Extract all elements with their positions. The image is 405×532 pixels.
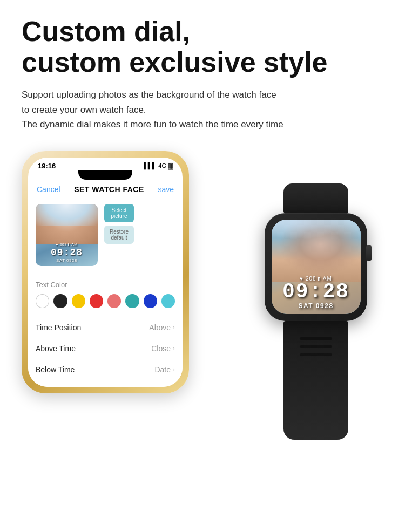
band-hole-3 (300, 353, 332, 356)
watch-band-holes (284, 321, 348, 356)
page-subtitle: Support uploading photos as the backgrou… (22, 87, 383, 132)
wf-date: SAT 0928 (36, 258, 98, 263)
color-swatch-yellow[interactable] (72, 294, 85, 308)
time-position-text: Above (149, 323, 171, 332)
color-swatch-blue[interactable] (144, 294, 157, 308)
restore-default-button[interactable]: Restore default (104, 226, 134, 244)
watch-body: ♥ 208⬆ AM 09:28 SAT 0928 (265, 213, 367, 321)
phone-nav-bar: Cancel SET WATCH FACE save (28, 182, 183, 197)
cancel-button[interactable]: Cancel (37, 185, 60, 194)
watch-container: ♥ 208⬆ AM 09:28 SAT 0928 (248, 151, 383, 440)
watch-face-preview-row: ♥ 208⬆ AM 09:28 SAT 0928 Select picture … (36, 204, 175, 266)
color-swatch-white[interactable] (36, 294, 49, 308)
color-swatches (36, 294, 175, 308)
chevron-icon: › (173, 324, 175, 331)
settings-row-above-time[interactable]: Above Time Close › (36, 338, 175, 359)
settings-list: Time Position Above › Above Time (36, 317, 175, 380)
phone-content: ♥ 208⬆ AM 09:28 SAT 0928 Select picture … (28, 197, 183, 387)
color-swatch-red[interactable] (90, 294, 103, 308)
page-title: Custom dial,custom exclusive style (22, 16, 383, 78)
portrait-hair (36, 204, 98, 226)
above-time-label: Above Time (36, 344, 76, 353)
phone-container: 19:16 ▌▌▌ 4G ▓ Cancel SET W (22, 151, 189, 393)
time-position-value: Above › (149, 323, 175, 332)
watch-screen-portrait (272, 220, 361, 282)
band-hole-2 (300, 345, 332, 348)
page-wrapper: Custom dial,custom exclusive style Suppo… (0, 0, 405, 461)
phone-notch (78, 170, 132, 180)
save-button[interactable]: save (158, 185, 174, 194)
watch-buttons: Select picture Restore default (104, 204, 134, 266)
wto-time: 09:28 (272, 282, 361, 302)
status-icons: ▌▌▌ 4G ▓ (144, 162, 173, 169)
select-picture-button[interactable]: Select picture (104, 204, 134, 222)
smartwatch: ♥ 208⬆ AM 09:28 SAT 0928 (256, 183, 375, 440)
text-color-label: Text Color (36, 281, 175, 289)
watch-band-top (284, 183, 348, 213)
phone-screen: 19:16 ▌▌▌ 4G ▓ Cancel SET W (28, 158, 183, 387)
time-position-label: Time Position (36, 323, 81, 332)
watch-band-bottom (284, 321, 348, 440)
below-time-label: Below Time (36, 365, 75, 374)
wf-time: 09:28 (36, 247, 98, 258)
chevron-icon-2: › (173, 345, 175, 352)
watch-crown (366, 245, 372, 261)
status-time: 19:16 (38, 162, 56, 170)
devices-row: 19:16 ▌▌▌ 4G ▓ Cancel SET W (22, 151, 383, 440)
signal-icon: ▌▌▌ (144, 162, 156, 169)
chevron-icon-3: › (173, 366, 175, 373)
settings-row-time-position[interactable]: Time Position Above › (36, 317, 175, 338)
network-badge: 4G (158, 162, 166, 169)
phone-outer: 19:16 ▌▌▌ 4G ▓ Cancel SET W (22, 151, 189, 393)
ws-flowers (272, 220, 361, 247)
phone-inner: 19:16 ▌▌▌ 4G ▓ Cancel SET W (28, 158, 183, 387)
watch-screen: ♥ 208⬆ AM 09:28 SAT 0928 (272, 220, 361, 314)
color-swatch-teal[interactable] (125, 294, 139, 308)
settings-row-below-time[interactable]: Below Time Date › (36, 359, 175, 380)
battery-icon: ▓ (168, 162, 173, 169)
watch-face-time-overlay: ♥ 208⬆ AM 09:28 SAT 0928 (36, 243, 98, 263)
nav-title: SET WATCH FACE (74, 185, 144, 194)
watch-time-overlay: ♥ 208⬆ AM 09:28 SAT 0928 (272, 276, 361, 310)
above-time-value: Close › (151, 344, 175, 353)
watch-face-thumbnail[interactable]: ♥ 208⬆ AM 09:28 SAT 0928 (36, 204, 98, 266)
above-time-text: Close (151, 344, 171, 353)
wto-date: SAT 0928 (272, 302, 361, 310)
watch-face-portrait (36, 204, 98, 244)
below-time-text: Date (154, 365, 171, 374)
color-swatch-pink[interactable] (107, 294, 121, 308)
color-swatch-black[interactable] (53, 294, 67, 308)
text-color-section: Text Color (36, 275, 175, 313)
below-time-value: Date › (154, 365, 175, 374)
wf-steps: ♥ 208⬆ AM (36, 243, 98, 247)
band-hole-1 (300, 337, 332, 340)
portrait-bg (36, 204, 98, 244)
color-swatch-cyan[interactable] (161, 294, 175, 308)
